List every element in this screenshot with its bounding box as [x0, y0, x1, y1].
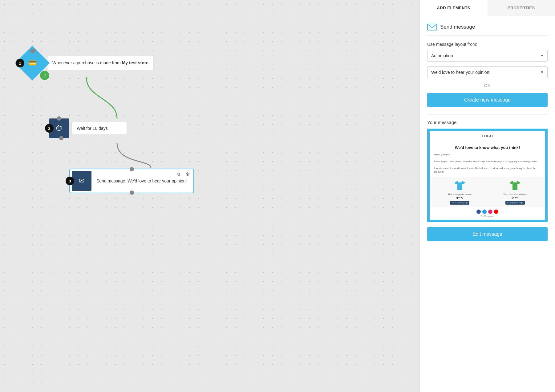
layout-select[interactable]: Automation Option 2	[427, 50, 548, 62]
email-body-2: Recently you have placed an order in our…	[430, 160, 545, 166]
panel-content: Send message Use message layout from: Au…	[420, 16, 555, 392]
product-1-name: This is the product name	[433, 193, 486, 196]
tab-add-elements[interactable]: ADD ELEMENTS	[420, 0, 488, 16]
connector-dot-wait-top	[57, 116, 61, 121]
youtube-icon	[494, 210, 498, 214]
trigger-text-pre: Whenever a purchase is made from	[52, 60, 122, 65]
email-headline: We'd love to know what you think!	[430, 141, 545, 153]
trigger-node[interactable]: 1 💳 Whenever a purchase is made from My …	[20, 51, 154, 75]
tab-properties[interactable]: PROPERTIES	[488, 0, 555, 16]
mail-icon-svg	[428, 24, 436, 30]
tshirt-blue-icon	[453, 180, 467, 191]
product-2: This is the product name {price} Go to p…	[489, 179, 542, 205]
product-2-btn: Go to product page	[505, 201, 525, 205]
or-divider: OR	[427, 83, 548, 88]
right-panel: ADD ELEMENTS PROPERTIES Send message Use…	[419, 0, 555, 392]
section-title: Send message	[427, 24, 548, 36]
delete-button[interactable]: 🗑	[184, 170, 192, 178]
trigger-text: Whenever a purchase is made from My test…	[47, 56, 154, 70]
connector-dot-wait-bottom	[59, 136, 63, 140]
product-2-name: This is the product name	[489, 193, 542, 196]
tshirt-teal-icon	[508, 180, 522, 191]
wait-text: Wait for 10 days	[71, 122, 127, 135]
step-badge-2: 2	[45, 124, 54, 133]
edit-message-button[interactable]: Edit message	[427, 227, 548, 241]
mail-icon	[427, 24, 437, 30]
trigger-text-bold: My test store	[122, 60, 148, 65]
your-message-label: Your message:	[427, 114, 548, 125]
facebook-icon	[476, 210, 481, 214]
product-1-image	[452, 179, 468, 192]
wait-node[interactable]: 2 ⏱ Wait for 10 days	[49, 118, 127, 138]
email-body-1: Hello, {{name}}!	[430, 153, 545, 160]
email-mock: LOGO We'd love to know what you think! H…	[430, 131, 545, 220]
step-badge-3: 3	[66, 177, 74, 185]
trigger-diamond-icon: 💳	[28, 59, 37, 67]
create-new-message-button[interactable]: Create new message	[427, 93, 548, 107]
copy-button[interactable]: ⧉	[175, 170, 182, 178]
message-select[interactable]: We'd love to hear your opinion! Option 2	[427, 66, 548, 78]
send-message-node[interactable]: ⧉ 🗑 3 ✉ Send message: We'd love to hear …	[69, 169, 194, 193]
workflow-canvas: 1 💳 Whenever a purchase is made from My …	[0, 0, 419, 392]
send-node-inner: ✉ Send message: We'd love to hear your o…	[72, 171, 192, 191]
instagram-icon	[488, 210, 492, 214]
product-1: This is the product name {price} Go to p…	[433, 179, 486, 205]
layout-select-wrapper: Automation Option 2 ▼	[427, 50, 548, 62]
email-footer: GetResponse	[430, 207, 545, 220]
email-products: This is the product name {price} Go to p…	[430, 177, 545, 207]
section-title-text: Send message	[440, 24, 475, 30]
panel-tabs: ADD ELEMENTS PROPERTIES	[420, 0, 555, 16]
layout-label: Use message layout from:	[427, 42, 548, 47]
product-1-price: {price}	[433, 196, 486, 198]
connector-dot-trigger-top	[31, 49, 35, 53]
footer-text: GetResponse	[481, 215, 494, 217]
social-icons	[432, 210, 543, 214]
connector-dot-send-bottom	[130, 190, 134, 195]
email-logo: LOGO	[430, 131, 545, 141]
send-node-toolbar: ⧉ 🗑	[175, 170, 192, 178]
product-2-price: {price}	[489, 196, 542, 198]
email-body-3: It would mean the world to us if you'd l…	[430, 166, 545, 177]
email-preview-container: LOGO We'd love to know what you think! H…	[427, 129, 548, 222]
message-select-wrapper: We'd love to hear your opinion! Option 2…	[427, 66, 548, 78]
product-1-btn: Go to product page	[450, 201, 469, 205]
product-2-image	[507, 179, 523, 192]
send-icon: ✉	[72, 171, 91, 191]
success-connector: ✓	[40, 71, 49, 80]
connector-dot-send-top	[130, 167, 134, 171]
twitter-icon	[482, 210, 487, 214]
step-badge-1: 1	[16, 59, 24, 67]
